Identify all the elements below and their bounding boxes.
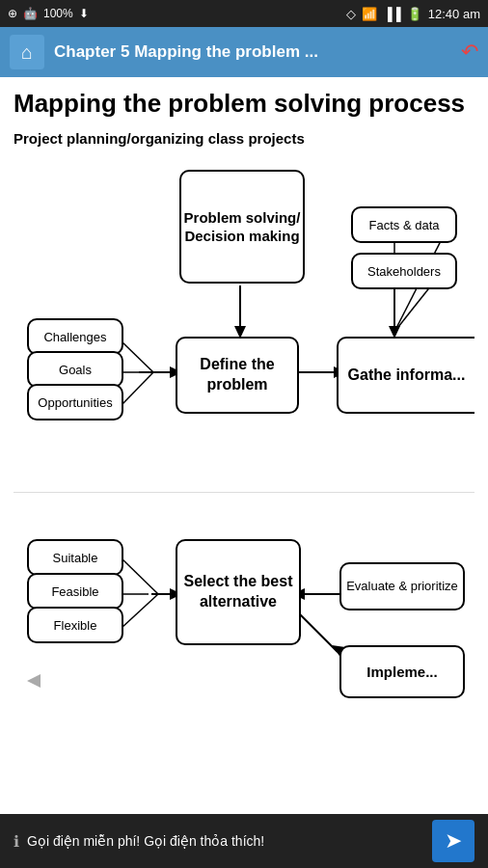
goals-box: Goals [27, 351, 123, 388]
info-icon: ℹ [14, 832, 19, 851]
section-label: Project planning/organizing class projec… [14, 130, 474, 147]
back-arrow-icon: ↶ [461, 40, 478, 64]
svg-line-18 [122, 594, 158, 628]
home-icon: ⌂ [21, 41, 33, 64]
diagram-divider [14, 492, 474, 493]
svg-line-4 [122, 341, 153, 372]
back-button[interactable]: ↶ [461, 40, 478, 65]
battery-icon: 🔋 [407, 7, 422, 21]
feasible-box: Feasible [27, 573, 123, 610]
ad-forward-button[interactable]: ➤ [432, 820, 474, 862]
svg-marker-23 [27, 674, 41, 688]
gather-info-box: Gathe informa... [337, 337, 474, 414]
battery-percent: 100% [43, 7, 73, 20]
status-bar: ⊕ 🤖 100% ⬇ ◇ 📶 ▐▐ 🔋 12:40 am [0, 0, 488, 27]
flexible-box: Flexible [27, 607, 123, 643]
stakeholders-box: Stakeholders [351, 253, 457, 289]
bottom-diagram: Suitable Feasible Flexible Select the be… [14, 502, 474, 724]
network-bars-icon: ▐▐ [383, 7, 400, 21]
implement-box: Impleme... [339, 645, 465, 698]
signal-icon: ◇ [346, 7, 356, 21]
suitable-box: Suitable [27, 539, 123, 576]
problem-solving-box: Problem solving/ Decision making [179, 170, 305, 284]
svg-line-16 [122, 558, 158, 594]
evaluate-box: Evaluate & prioritize [339, 562, 465, 610]
wifi-icon: 📶 [362, 7, 377, 21]
facts-data-box: Facts & data [351, 206, 457, 243]
ad-text: Gọi điện miễn phí! Gọi điện thỏa thích! [27, 833, 264, 849]
app-bar-title: Chapter 5 Mapping the problem ... [54, 42, 451, 62]
android-icon: 🤖 [23, 7, 38, 20]
svg-line-6 [122, 372, 153, 405]
opportunities-box: Opportunities [27, 384, 123, 420]
define-problem-box: Define the problem [176, 337, 299, 414]
select-best-box: Select the best alternative [176, 539, 301, 645]
top-diagram: Problem solving/ Decision making Facts &… [14, 160, 474, 724]
svg-line-21 [299, 613, 338, 652]
page-title: Mapping the problem solving process [14, 89, 474, 119]
time-display: 12:40 am [428, 7, 480, 21]
forward-arrow-icon: ➤ [445, 828, 462, 854]
main-content: Mapping the problem solving process Proj… [0, 77, 488, 814]
app-bar: ⌂ Chapter 5 Mapping the problem ... ↶ [0, 27, 488, 77]
ad-bar: ℹ Gọi điện miễn phí! Gọi điện thỏa thích… [0, 814, 488, 868]
download-icon: ⬇ [79, 7, 89, 20]
usb-icon: ⊕ [8, 7, 17, 20]
status-left-icons: ⊕ 🤖 100% ⬇ [8, 7, 89, 20]
challenges-box: Challenges [27, 318, 123, 355]
home-button[interactable]: ⌂ [10, 35, 44, 69]
status-right: ◇ 📶 ▐▐ 🔋 12:40 am [346, 7, 480, 21]
